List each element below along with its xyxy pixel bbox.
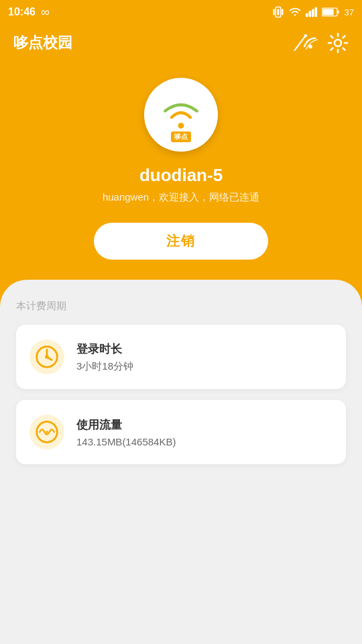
svg-rect-9 bbox=[337, 11, 339, 14]
svg-rect-7 bbox=[314, 7, 317, 17]
svg-point-15 bbox=[178, 122, 184, 128]
app-header: 哆点校园 bbox=[0, 24, 362, 64]
network-name: duodian-5 bbox=[0, 165, 362, 186]
svg-rect-4 bbox=[306, 13, 308, 17]
status-bar: 10:46 ∞ 37 bbox=[0, 0, 362, 24]
status-time: 10:46 bbox=[8, 6, 36, 18]
status-left: 10:46 ∞ bbox=[8, 5, 50, 19]
svg-line-19 bbox=[47, 357, 52, 360]
signal-icon bbox=[306, 7, 318, 17]
wifi-status-icon bbox=[288, 7, 302, 17]
svg-rect-3 bbox=[282, 9, 283, 15]
login-duration-value: 3小时18分钟 bbox=[76, 360, 133, 373]
clock-icon bbox=[35, 345, 59, 369]
data-usage-value: 143.15MB(146584KB) bbox=[76, 436, 176, 447]
period-label: 本计费周期 bbox=[16, 300, 346, 313]
logout-button[interactable]: 注销 bbox=[94, 223, 268, 260]
wave-icon-circle bbox=[29, 415, 64, 449]
top-section: 哆点校园 哆点 bbox=[0, 24, 362, 307]
svg-point-14 bbox=[335, 40, 341, 46]
login-duration-card: 登录时长 3小时18分钟 bbox=[16, 325, 346, 389]
app-title: 哆点校园 bbox=[13, 33, 72, 53]
network-subtitle: huangwen，欢迎接入，网络已连通 bbox=[0, 191, 362, 204]
svg-rect-10 bbox=[322, 9, 333, 15]
wifi-logo-circle: 哆点 bbox=[144, 78, 218, 152]
svg-point-13 bbox=[304, 34, 308, 38]
antenna-icon[interactable] bbox=[292, 33, 318, 53]
wifi-logo-svg bbox=[158, 97, 204, 133]
svg-point-21 bbox=[46, 431, 48, 433]
vibrate-icon bbox=[272, 6, 284, 18]
svg-line-12 bbox=[295, 36, 306, 50]
header-icons bbox=[292, 32, 349, 54]
duodian-badge: 哆点 bbox=[171, 131, 191, 142]
wifi-logo-container: 哆点 bbox=[0, 78, 362, 152]
status-right: 37 bbox=[272, 6, 354, 18]
svg-rect-5 bbox=[308, 11, 311, 17]
svg-rect-1 bbox=[277, 9, 279, 15]
clock-icon-circle bbox=[29, 339, 64, 374]
settings-icon[interactable] bbox=[327, 32, 349, 54]
battery-level: 37 bbox=[345, 7, 354, 17]
data-usage-card: 使用流量 143.15MB(146584KB) bbox=[16, 400, 346, 464]
svg-rect-2 bbox=[273, 9, 274, 15]
svg-rect-6 bbox=[312, 9, 314, 17]
data-usage-text: 使用流量 143.15MB(146584KB) bbox=[76, 417, 176, 447]
login-duration-label: 登录时长 bbox=[76, 341, 133, 357]
bottom-section: 本计费周期 登录时长 3小时18分钟 使用流量 bbox=[0, 280, 362, 561]
wave-icon bbox=[35, 420, 59, 444]
login-duration-text: 登录时长 3小时18分钟 bbox=[76, 341, 133, 373]
infinity-icon: ∞ bbox=[41, 5, 50, 19]
data-usage-label: 使用流量 bbox=[76, 417, 176, 433]
battery-icon bbox=[322, 7, 341, 17]
logout-btn-container: 注销 bbox=[0, 223, 362, 260]
